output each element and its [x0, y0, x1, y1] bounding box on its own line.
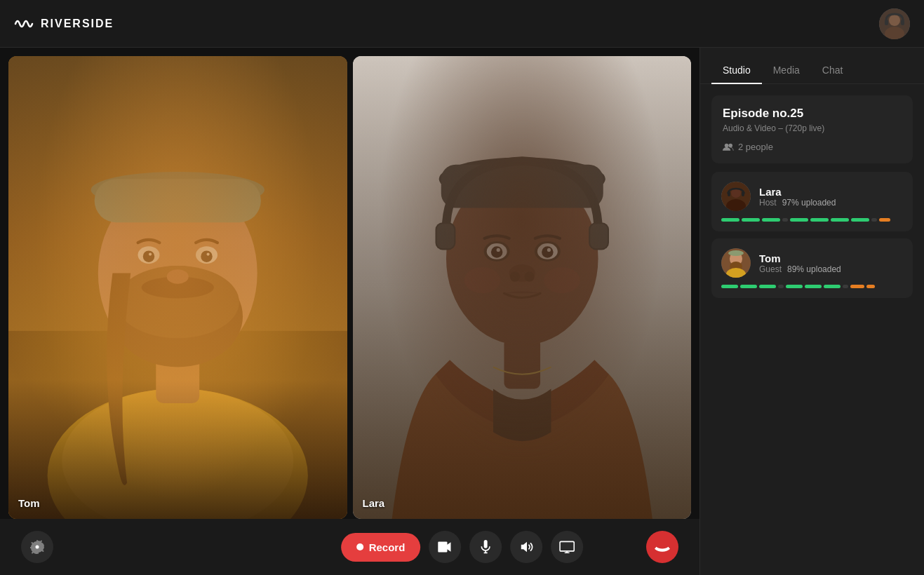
camera-button[interactable]: [429, 531, 461, 563]
controls-bar: Record: [0, 519, 699, 575]
svg-rect-46: [484, 540, 488, 548]
record-label: Record: [369, 541, 406, 553]
seg-orange: [850, 285, 864, 288]
right-panel: Studio Media Chat Episode no.25 Audio & …: [699, 48, 924, 575]
record-dot-icon: [356, 543, 363, 550]
svg-point-64: [728, 250, 744, 256]
seg-orange: [879, 218, 890, 222]
svg-rect-28: [441, 165, 603, 208]
lara-label: Lara: [363, 497, 385, 509]
svg-point-41: [544, 267, 580, 293]
svg-rect-25: [504, 338, 540, 388]
seg: [778, 285, 784, 288]
svg-point-40: [464, 267, 500, 293]
svg-point-33: [496, 248, 500, 252]
svg-point-21: [201, 250, 213, 262]
seg: [851, 218, 869, 222]
brand-name: RIVERSIDE: [41, 18, 114, 30]
lara-upload-pct: 97% uploaded: [782, 198, 836, 208]
svg-point-36: [547, 248, 550, 252]
svg-point-32: [490, 246, 502, 258]
svg-point-54: [728, 143, 732, 147]
svg-point-12: [91, 172, 265, 208]
svg-point-23: [167, 269, 189, 284]
svg-point-9: [62, 388, 293, 519]
video-area: Tom: [0, 48, 699, 575]
svg-point-11: [98, 179, 257, 367]
svg-rect-44: [436, 224, 454, 248]
header: RIVERSIDE: [0, 0, 924, 48]
participant-card-tom: Tom Guest 89% uploaded: [711, 238, 913, 298]
tab-chat[interactable]: Chat: [811, 58, 855, 84]
svg-point-14: [112, 266, 243, 367]
lara-video: [353, 56, 692, 519]
episode-subtitle: Audio & Video – (720p live): [723, 123, 902, 133]
svg-rect-13: [95, 179, 261, 222]
main-content: Tom: [0, 48, 924, 575]
panel-content: Episode no.25 Audio & Video – (720p live…: [700, 84, 924, 575]
settings-button[interactable]: [21, 531, 53, 563]
panel-tabs: Studio Media Chat: [700, 48, 924, 84]
svg-marker-49: [521, 542, 527, 553]
mic-button[interactable]: [469, 531, 502, 563]
seg: [740, 285, 757, 288]
episode-card: Episode no.25 Audio & Video – (720p live…: [711, 95, 913, 163]
svg-point-38: [509, 271, 519, 281]
svg-point-53: [725, 143, 729, 147]
participant-card-lara: Lara Host 97% uploaded: [711, 172, 913, 231]
lara-participant-info: Lara Host 97% uploaded: [759, 186, 903, 208]
svg-point-20: [196, 246, 217, 264]
seg: [790, 218, 808, 222]
seg: [759, 285, 776, 288]
svg-point-22: [207, 253, 210, 256]
svg-point-39: [524, 271, 534, 281]
svg-rect-24: [353, 56, 692, 519]
svg-point-16: [142, 277, 214, 299]
seg: [742, 218, 760, 222]
avatar-image: [879, 8, 910, 39]
svg-point-35: [542, 246, 554, 258]
speaker-button[interactable]: [510, 531, 542, 563]
tab-studio[interactable]: Studio: [711, 58, 762, 84]
gear-icon: [30, 540, 44, 554]
speaker-icon: [519, 541, 533, 553]
svg-point-8: [48, 388, 308, 519]
tom-avatar-image: [721, 248, 751, 278]
controls-right: [646, 531, 678, 563]
seg: [810, 218, 829, 222]
user-avatar[interactable]: [879, 8, 910, 39]
participant-header-tom: Tom Guest 89% uploaded: [721, 248, 903, 278]
record-button[interactable]: Record: [341, 533, 421, 562]
controls-center: Record: [341, 531, 584, 563]
participant-header-lara: Lara Host 97% uploaded: [721, 182, 903, 211]
tom-name: Tom: [759, 252, 781, 264]
hangup-button[interactable]: [646, 531, 678, 563]
svg-rect-6: [8, 56, 347, 519]
svg-rect-50: [560, 541, 574, 551]
seg: [721, 285, 738, 288]
tom-upload-pct: 89% uploaded: [787, 264, 841, 274]
camera-icon: [438, 541, 452, 553]
people-count: 2 people: [723, 142, 902, 152]
svg-point-26: [446, 172, 598, 346]
svg-point-29: [483, 241, 509, 262]
seg: [871, 218, 877, 222]
seg: [721, 218, 739, 222]
controls-left: [21, 531, 53, 563]
lara-role: Host: [759, 198, 777, 208]
tom-progress-bar: [721, 285, 903, 288]
svg-point-37: [509, 264, 535, 282]
screen-share-icon: [559, 541, 575, 553]
tom-role: Guest: [759, 264, 782, 274]
hangup-icon: [655, 542, 670, 552]
svg-rect-7: [8, 56, 347, 331]
svg-rect-5: [8, 56, 347, 519]
svg-point-17: [138, 246, 160, 264]
screen-share-button[interactable]: [551, 531, 583, 563]
seg: [782, 218, 788, 222]
tab-media[interactable]: Media: [762, 58, 811, 84]
svg-point-27: [438, 157, 605, 201]
seg: [824, 285, 841, 288]
logo-wave-icon: [14, 14, 34, 34]
svg-point-15: [116, 266, 239, 338]
